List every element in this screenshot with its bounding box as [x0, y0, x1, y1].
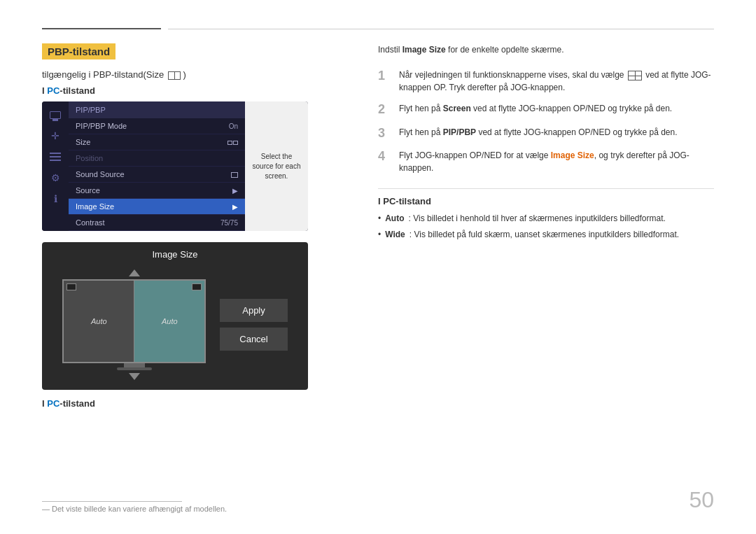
section1-bold: PC [47, 85, 59, 96]
arrow-right-icon: ▶ [232, 203, 238, 211]
top-rule-dark [42, 28, 161, 29]
intro-plain: Indstil [378, 45, 402, 55]
menu-header: PIP/PBP [69, 101, 245, 118]
step4-orange: Image Size [551, 150, 594, 160]
bullet-list: Auto: Vis billedet i henhold til hver af… [378, 212, 714, 241]
screen-base [117, 367, 152, 370]
menu-item-soundsource[interactable]: Sound Source [69, 167, 245, 183]
bullet-wide-text: : Vis billedet på fuld skærm, uanset skæ… [410, 228, 679, 241]
arrow-right-icon: ▶ [232, 187, 238, 195]
bullet-item-auto: Auto: Vis billedet i henhold til hver af… [378, 212, 714, 225]
right-section-heading: I PC-tilstand [378, 188, 714, 206]
step-num-4: 4 [378, 149, 392, 174]
step-num-2: 2 [378, 102, 392, 118]
menu-item-pipmode[interactable]: PIP/PBP Mode On [69, 118, 245, 134]
dual-screen-wrapper: Auto Auto [62, 279, 206, 370]
menu-item-label: Size [76, 138, 90, 146]
top-rule-light [168, 29, 714, 29]
menu-sidebar [42, 101, 69, 231]
bottom-note-wrapper: ― Det viste billede kan variere afhængig… [42, 501, 227, 513]
right-handle [192, 283, 202, 290]
sound-icon [231, 172, 238, 178]
bullet-item-wide: Wide: Vis billedet på fuld skærm, uanset… [378, 228, 714, 241]
screen-right-label: Auto [162, 317, 178, 325]
menu-item-value: On [229, 122, 238, 130]
image-size-body: Auto Auto [42, 269, 308, 380]
left-handle [66, 283, 76, 290]
menu-side-text: Select the source for each screen. [245, 101, 308, 231]
sidebar-icon-gear [49, 171, 62, 184]
intro-rest: for de enkelte opdelte skærme. [446, 45, 564, 55]
step-num-3: 3 [378, 126, 392, 141]
section1-suffix: -tilstand [59, 85, 95, 96]
apply-button[interactable]: Apply [220, 299, 287, 322]
subtitle: tilgængelig i PBP-tilstand(Size ) [42, 69, 343, 80]
left-column: PBP-tilstand tilgængelig i PBP-tilstand(… [42, 43, 343, 414]
grid-icon-step1 [628, 71, 642, 80]
content-area: PBP-tilstand tilgængelig i PBP-tilstand(… [42, 43, 714, 414]
section2-bold: PC [47, 398, 59, 409]
menu-item-label: Contrast [76, 218, 105, 227]
step-item-3: 3 Flyt hen på PIP/PBP ved at flytte JOG-… [378, 126, 714, 141]
dual-screen: Auto Auto [62, 279, 206, 363]
sidebar-icon-info [49, 192, 62, 205]
intro-text: Indstil Image Size for de enkelte opdelt… [378, 43, 714, 56]
right-section-suffix: -tilstand [396, 196, 431, 206]
image-size-display-area: Auto Auto [62, 269, 206, 380]
section-heading-2: I PC-tilstand [42, 398, 343, 409]
bullet-wide-term: Wide [385, 228, 405, 241]
bottom-note: ― Det viste billede kan variere afhængig… [42, 505, 227, 513]
menu-item-label: Source [76, 186, 100, 195]
sidebar-icon-crosshair [49, 129, 62, 142]
step3-bold: PIP/PBP [443, 127, 476, 137]
menu-item-contrast[interactable]: Contrast 75/75 [69, 215, 245, 231]
menu-side-text-inner: Select the source for each screen. [251, 152, 302, 181]
menu-item-value [227, 139, 238, 146]
apply-cancel-buttons: Apply Cancel [220, 299, 287, 351]
size-grid-icon [168, 71, 181, 80]
menu-content: PIP/PBP PIP/PBP Mode On Size Position [69, 101, 245, 231]
image-size-panel: Image Size Auto [42, 242, 308, 390]
menu-item-source[interactable]: Source ▶ [69, 183, 245, 199]
arrow-up-icon[interactable] [129, 269, 140, 276]
intro-bold: Image Size [402, 45, 446, 55]
screen-left-label: Auto [91, 317, 107, 325]
section2-suffix: -tilstand [59, 398, 95, 409]
menu-item-value: 75/75 [220, 219, 238, 227]
step-text-4: Flyt JOG-knappen OP/NED for at vælge Ima… [399, 149, 714, 174]
subtitle-paren: ) [183, 69, 186, 80]
menu-item-size[interactable]: Size [69, 134, 245, 150]
menu-item-label: PIP/PBP Mode [76, 122, 127, 130]
screen-half-right: Auto [134, 281, 204, 362]
step-item-2: 2 Flyt hen på Screen ved at flytte JOG-k… [378, 102, 714, 118]
steps: 1 Når vejledningen til funktionsknappern… [378, 69, 714, 174]
right-section-bold: PC [383, 196, 396, 206]
menu-panel: PIP/PBP PIP/PBP Mode On Size Position [42, 101, 308, 231]
step-item-4: 4 Flyt JOG-knappen OP/NED for at vælge I… [378, 149, 714, 174]
bullet-auto-term: Auto [385, 212, 404, 225]
step-text-2: Flyt hen på Screen ved at flytte JOG-kna… [399, 102, 672, 118]
menu-item-value [231, 171, 238, 178]
step-num-1: 1 [378, 69, 392, 94]
menu-item-imagesize[interactable]: Image Size ▶ [69, 199, 245, 215]
step-text-3: Flyt hen på PIP/PBP ved at flytte JOG-kn… [399, 126, 678, 141]
menu-item-label: Position [76, 154, 103, 162]
menu-item-label: Image Size [76, 202, 114, 211]
cancel-button[interactable]: Cancel [220, 328, 287, 351]
bottom-rule [42, 501, 182, 502]
top-rules [42, 28, 714, 29]
bullet-auto-text: : Vis billedet i henhold til hver af skæ… [409, 212, 666, 225]
bottom-note-area: ― Det viste billede kan variere afhængig… [42, 487, 714, 513]
section-heading-1: I PC-tilstand [42, 85, 343, 96]
arrow-down-icon[interactable] [129, 373, 140, 380]
menu-item-label: Sound Source [76, 170, 125, 178]
pbp-title: PBP-tilstand [42, 43, 115, 59]
right-column: Indstil Image Size for de enkelte opdelt… [378, 43, 714, 414]
menu-item-position[interactable]: Position [69, 150, 245, 167]
step-text-1: Når vejledningen til funktionsknapperne … [399, 69, 714, 94]
sidebar-icon-monitor [49, 108, 62, 121]
image-size-header: Image Size [42, 242, 308, 267]
subtitle-text: tilgængelig i PBP-tilstand(Size [42, 69, 164, 80]
page-number: 50 [689, 487, 714, 513]
step2-bold: Screen [443, 104, 471, 113]
